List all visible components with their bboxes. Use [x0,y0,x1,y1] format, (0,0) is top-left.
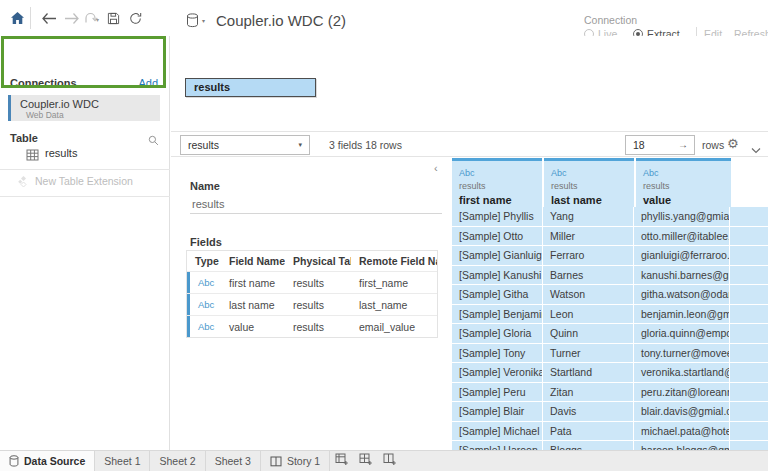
column-table-name: results [643,181,670,191]
table-select-dropdown[interactable]: results ▾ [180,135,310,155]
field-type-icon: Abc [187,272,221,293]
collapse-panel-icon[interactable]: ‹ [434,162,438,174]
fields-column-header: Physical Table [285,255,351,267]
fields-column-header: Remote Field Na... [351,255,437,267]
tab-sheet-1[interactable]: Sheet 1 [95,451,150,471]
field-type-icon: Abc [187,316,221,337]
row-count-input[interactable]: 18 → [625,135,695,155]
table-row[interactable]: [Sample] PhyllisYangphyllis.yang@gmial.c… [452,207,768,227]
gear-icon[interactable]: ⚙ [727,136,739,151]
table-row[interactable]: [Sample] HaroonBloggsharoon.bloggs@gmial… [452,441,768,450]
column-table-name: results [551,181,578,191]
column-header-last-name[interactable]: Abcresultslast name [544,158,634,207]
connection-item-coupler-wdc[interactable]: Coupler.io WDC Web Data [8,95,160,121]
table-row[interactable]: [Sample] GloriaQuinngloria.quinn@empower… [452,324,768,344]
back-icon[interactable] [40,10,58,26]
add-connection-link[interactable]: Add [138,77,158,89]
datasource-menu-caret-icon[interactable]: ▾ [202,17,205,24]
table-row[interactable]: [Sample] OttoMillerotto.miller@itablee.e… [452,227,768,247]
table-row[interactable]: [Sample] GianluigiFerrarogianluigi@ferra… [452,246,768,266]
new-story-button[interactable] [378,451,402,471]
tab-story-1[interactable]: Story 1 [261,451,330,471]
column-header-value[interactable]: Abcresultsvalue [636,158,731,207]
grid-filler-cell [730,207,768,227]
tab-label: Data Source [24,455,85,467]
fields-column-header: Type [187,255,221,267]
grid-cell: [Sample] Benjamin [452,305,543,325]
grid-cell: [Sample] Phyllis [452,207,543,227]
column-field-name: last name [551,194,602,206]
preview-toolbar: results ▾ 3 fields 18 rows 18 → rows ⚙ [171,131,768,157]
grid-cell: otto.miller@itablee.eu [634,227,730,247]
new-worksheet-button[interactable] [330,451,354,471]
tab-sheet-3[interactable]: Sheet 3 [206,451,261,471]
refresh-data-icon[interactable] [126,10,144,26]
table-row[interactable]: [Sample] BenjaminLeonbenjamin.leon@gmial… [452,305,768,325]
column-field-name: value [643,194,671,206]
grid-filler-cell [730,285,768,305]
fields-summary: 3 fields 18 rows [329,139,402,151]
grid-cell: veronika.startland@venuspow... [634,363,730,383]
left-panel: Connections Add Coupler.io WDC Web Data … [0,36,170,450]
fields-table: TypeField NamePhysical TableRemote Field… [186,250,438,338]
table-row[interactable]: [Sample] GithaWatsongitha.watson@odamone… [452,285,768,305]
logical-layer-canvas[interactable]: results [171,36,768,131]
table-row[interactable]: [Sample] KanushiBarneskanushi.barnes@gmi… [452,266,768,286]
tab-data-source[interactable]: Data Source [0,451,95,471]
fields-column-header: Field Name [221,255,285,267]
column-header-first-name[interactable]: Abcresultsfirst name [452,158,542,207]
new-dashboard-icon [359,452,373,470]
table-row[interactable]: [Sample] TonyTurnertony.turner@moveer.co… [452,344,768,364]
table-row[interactable]: [Sample] MichaelPatamichael.pata@hotelfr… [452,422,768,442]
grid-cell: githa.watson@odamoneet.com [634,285,730,305]
string-type-icon: Abc [643,168,659,178]
grid-cell: Quinn [543,324,634,344]
apply-rows-arrow-icon[interactable]: → [678,136,688,154]
table-name-field[interactable]: results [190,196,442,214]
grid-filler-cell [730,344,768,364]
grid-cell: blair.davis@gmial.com [634,402,730,422]
grid-cell: [Sample] Tony [452,344,543,364]
chevron-down-icon[interactable] [751,140,761,158]
grid-filler-cell [730,422,768,442]
grid-filler-cell [730,402,768,422]
string-type-icon: Abc [459,168,475,178]
table-row[interactable]: [Sample] PeruZitanperu.zitan@loreannn.ee [452,383,768,403]
field-row[interactable]: Abcvalueresultsemail_value [187,315,437,337]
new-story-icon [383,452,397,470]
grid-cell: gloria.quinn@empowermmov... [634,324,730,344]
new-dashboard-button[interactable] [354,451,378,471]
grid-filler-cell [730,246,768,266]
field-row[interactable]: Abcfirst nameresultsfirst_name [187,271,437,293]
save-icon[interactable] [104,10,122,26]
grid-filler-cell [730,363,768,383]
tab-label: Story 1 [287,455,320,467]
grid-filler-cell [730,266,768,286]
table-row[interactable]: [Sample] BlairDavisblair.davis@gmial.com [452,402,768,422]
results-table-node[interactable]: results [185,78,316,97]
new-table-extension-label: New Table Extension [35,175,133,187]
field-cell: results [285,299,351,311]
field-cell: results [285,277,351,289]
grid-cell: Davis [543,402,634,422]
grid-cell: [Sample] Kanushi [452,266,543,286]
home-icon[interactable] [8,10,26,26]
grid-cell: Bloggs [543,441,634,450]
database-icon[interactable] [186,13,199,32]
book-icon [270,456,282,467]
database-icon [9,455,19,467]
string-type-icon: Abc [551,168,567,178]
grid-cell: Watson [543,285,634,305]
grid-filler-cell [730,305,768,325]
tab-sheet-2[interactable]: Sheet 2 [150,451,205,471]
tableau-data-source-window: ▾ Connections Add Coupler.io WDC Web Dat… [0,0,768,471]
grid-cell: [Sample] Peru [452,383,543,403]
new-table-extension-item: New Table Extension [0,172,170,190]
table-row[interactable]: [Sample] VeronikaStartlandveronika.start… [452,363,768,383]
sidebar-item-results-table[interactable]: results [0,145,170,163]
grid-cell: haroon.bloggs@gmial.com [634,441,730,450]
grid-filler-cell [730,324,768,344]
fields-table-header: TypeField NamePhysical TableRemote Field… [187,251,437,271]
grid-cell: phyllis.yang@gmial.com [634,207,730,227]
field-row[interactable]: Abclast nameresultslast_name [187,293,437,315]
